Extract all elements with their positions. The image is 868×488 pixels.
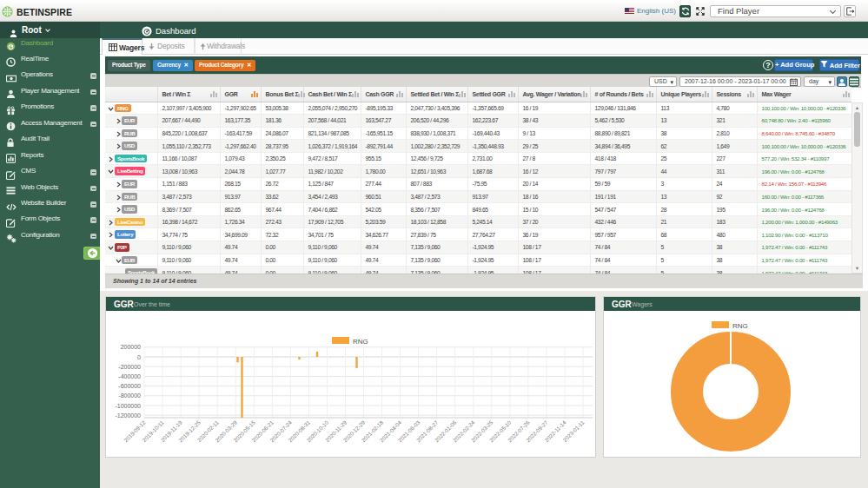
svg-text:-1000000: -1000000 bbox=[115, 403, 141, 409]
svg-text:RNG: RNG bbox=[353, 338, 368, 346]
svg-text:0: 0 bbox=[137, 354, 141, 360]
svg-text:RNG: RNG bbox=[732, 322, 748, 330]
svg-text:200000: 200000 bbox=[121, 344, 141, 350]
svg-text:-600000: -600000 bbox=[118, 383, 141, 389]
svg-text:-200000: -200000 bbox=[118, 364, 141, 370]
svg-text:-400000: -400000 bbox=[118, 373, 141, 379]
svg-text:-800000: -800000 bbox=[118, 392, 141, 399]
svg-text:-1200000: -1200000 bbox=[115, 412, 141, 419]
